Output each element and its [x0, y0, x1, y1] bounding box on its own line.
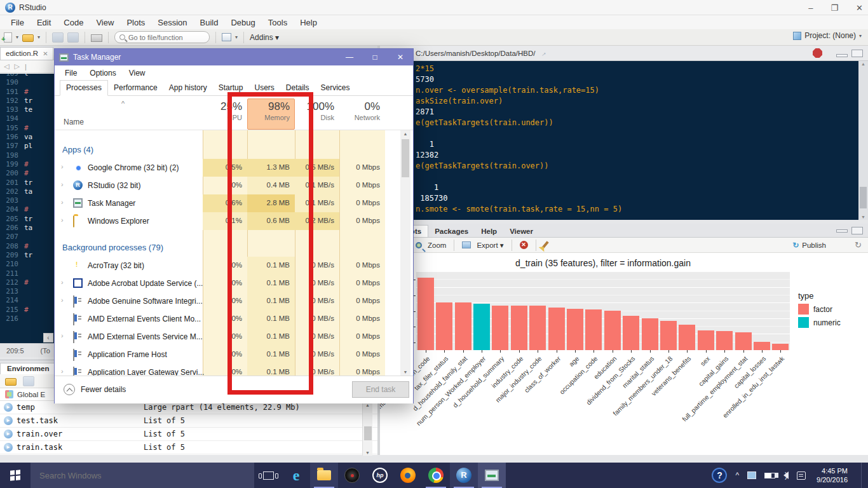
clear-plots-icon[interactable]: [541, 241, 548, 249]
tab-viewer[interactable]: Viewer: [503, 226, 539, 237]
notifications-icon[interactable]: [797, 471, 806, 480]
goto-file-box[interactable]: [114, 31, 210, 43]
taskbar-hp-button[interactable]: hp: [366, 463, 394, 488]
taskbar-task-manager-button[interactable]: [478, 463, 506, 488]
refresh-plot-icon[interactable]: ↻: [855, 240, 862, 250]
expand-chevron-icon[interactable]: ›: [61, 180, 64, 188]
fewer-details-toggle[interactable]: Fewer details: [64, 384, 126, 395]
volume-icon[interactable]: [783, 471, 789, 479]
tab-environment[interactable]: Environmen: [0, 363, 56, 374]
publish-button[interactable]: ↻ Publish: [792, 241, 826, 250]
tm-tab-performance[interactable]: Performance: [108, 81, 163, 95]
addins-menu[interactable]: Addins ▾: [250, 33, 279, 42]
menu-code[interactable]: Code: [58, 17, 89, 29]
console-output[interactable]: 2*155730n.over <- oversample(train.task,…: [380, 64, 850, 215]
tm-menu-file[interactable]: File: [60, 67, 82, 79]
end-task-button[interactable]: End task: [352, 381, 409, 398]
workspace-panes-icon[interactable]: [222, 33, 231, 41]
save-all-icon[interactable]: [67, 32, 79, 43]
menu-view[interactable]: View: [90, 17, 119, 29]
editor-tab[interactable]: ediction.R ✕: [0, 47, 53, 60]
maximize-pane-icon[interactable]: [851, 227, 863, 234]
load-workspace-icon[interactable]: [5, 378, 17, 386]
scroll-thumb[interactable]: [402, 139, 409, 177]
zoom-plot-icon[interactable]: [416, 242, 422, 248]
expand-icon[interactable]: ▶: [4, 403, 13, 412]
menu-edit[interactable]: Edit: [31, 17, 57, 29]
taskbar-edge-button[interactable]: e: [282, 463, 310, 488]
show-desktop-button[interactable]: [861, 463, 864, 488]
column-header-network[interactable]: 0% Network: [339, 100, 385, 121]
scroll-up-icon[interactable]: ▲: [400, 132, 410, 136]
expand-chevron-icon[interactable]: ›: [61, 278, 64, 286]
export-plot-button[interactable]: Export ▾: [477, 241, 503, 250]
expand-chevron-icon[interactable]: ›: [61, 332, 64, 339]
battery-icon[interactable]: [764, 473, 775, 478]
new-file-icon[interactable]: [4, 32, 12, 43]
taskbar-firefox-button[interactable]: [394, 463, 422, 488]
expand-icon[interactable]: ▶: [4, 443, 13, 452]
menu-build[interactable]: Build: [194, 17, 224, 29]
scroll-thumb[interactable]: [364, 426, 372, 440]
project-selector[interactable]: Project: (None)▾: [793, 31, 862, 40]
menu-session[interactable]: Session: [152, 17, 193, 29]
column-header-name[interactable]: Name: [64, 118, 84, 126]
expand-chevron-icon[interactable]: ›: [61, 367, 64, 375]
forward-icon[interactable]: ▷: [14, 62, 19, 71]
save-workspace-icon[interactable]: [23, 376, 34, 386]
console-scrollbar[interactable]: ▲ ▼: [858, 61, 868, 220]
scroll-thumb[interactable]: [860, 187, 867, 208]
path-link-icon[interactable]: →: [538, 48, 548, 58]
print-icon[interactable]: [91, 34, 102, 42]
open-file-caret[interactable]: ▾: [37, 34, 40, 40]
menu-plots[interactable]: Plots: [121, 17, 151, 29]
minimize-pane-icon[interactable]: [836, 229, 848, 233]
hidden-icons-chevron-icon[interactable]: ^: [735, 471, 739, 480]
editor-hscroll-arrow[interactable]: ‹: [43, 333, 53, 342]
tab-packages[interactable]: Packages: [428, 226, 475, 237]
process-list-scrollbar[interactable]: ▲ ▼: [400, 130, 410, 376]
tm-tab-app-history[interactable]: App history: [163, 81, 213, 95]
menu-debug[interactable]: Debug: [225, 17, 261, 29]
menu-tools[interactable]: Tools: [262, 17, 293, 29]
menu-help[interactable]: Help: [294, 17, 323, 29]
taskbar-search[interactable]: [31, 463, 254, 488]
minimize-pane-icon[interactable]: [836, 54, 848, 57]
taskbar-clock[interactable]: 4:45 PM 9/20/2016: [817, 466, 848, 484]
restore-button[interactable]: ❐: [831, 3, 838, 13]
menu-file[interactable]: File: [5, 17, 30, 29]
expand-icon[interactable]: ▶: [4, 416, 13, 425]
tm-tab-services[interactable]: Services: [315, 81, 356, 95]
open-file-icon[interactable]: [22, 34, 34, 42]
save-icon[interactable]: [52, 32, 64, 43]
environment-variable-row[interactable]: ▶train.taskList of 5: [0, 441, 377, 454]
taskbar-media-app-button[interactable]: [338, 463, 366, 488]
zoom-plot-button[interactable]: Zoom: [428, 241, 446, 249]
taskbar-rstudio-button[interactable]: R: [450, 463, 478, 488]
stop-icon[interactable]: [813, 48, 822, 58]
workspace-panes-caret[interactable]: ▾: [235, 34, 238, 40]
environment-variable-row[interactable]: ▶train.overList of 5: [0, 428, 377, 441]
start-button[interactable]: [0, 463, 31, 488]
environment-variable-row[interactable]: ▶test.taskList of 5: [0, 414, 377, 428]
search-input[interactable]: [31, 471, 234, 480]
taskbar-chrome-button[interactable]: [422, 463, 450, 488]
taskbar-file-explorer-button[interactable]: [310, 463, 338, 488]
minimize-button[interactable]: –: [808, 3, 813, 13]
environment-scrollbar[interactable]: ▲ ▼: [362, 402, 372, 456]
display-icon[interactable]: [747, 471, 756, 479]
back-icon[interactable]: ◁: [4, 62, 9, 71]
expand-chevron-icon[interactable]: ›: [61, 163, 64, 170]
tab-help[interactable]: Help: [475, 226, 503, 237]
expand-icon[interactable]: ▶: [4, 430, 13, 438]
expand-chevron-icon[interactable]: ›: [61, 296, 64, 304]
new-file-caret[interactable]: ▾: [16, 34, 18, 40]
maximize-pane-icon[interactable]: [851, 50, 863, 57]
help-icon[interactable]: ?: [712, 468, 727, 483]
goto-file-input[interactable]: [128, 34, 198, 41]
expand-chevron-icon[interactable]: ›: [61, 198, 64, 206]
maximize-button[interactable]: □: [362, 49, 388, 65]
close-button[interactable]: ✕: [856, 3, 863, 13]
close-button[interactable]: ✕: [388, 49, 413, 65]
export-plot-icon[interactable]: [462, 241, 471, 248]
